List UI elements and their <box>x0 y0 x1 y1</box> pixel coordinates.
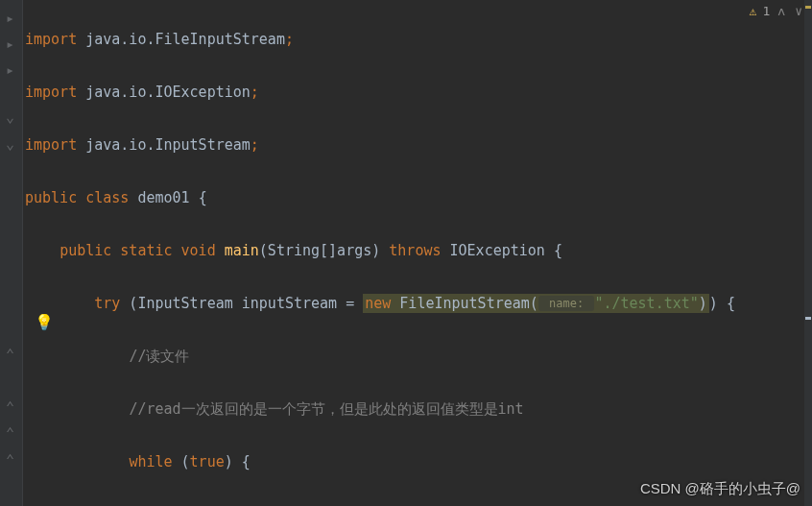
gutter: ▸ ▸ ▸ ⌄ ⌄ ⌃ ⌃ ⌃ ⌃ <box>0 0 23 506</box>
fold-end-icon[interactable]: ⌃ <box>6 346 17 357</box>
keyword-import: import <box>25 31 77 48</box>
code-editor[interactable]: import java.io.FileInputStream; import j… <box>25 0 812 506</box>
keyword-class: class <box>85 189 129 206</box>
keyword-new: new <box>365 295 391 312</box>
fold-icon[interactable]: ▸ <box>6 36 17 47</box>
keyword-import: import <box>25 84 77 101</box>
keyword-try: try <box>94 295 120 312</box>
fold-end-icon[interactable]: ⌃ <box>6 398 17 410</box>
parameter-hint: name: <box>538 296 595 311</box>
keyword-import: import <box>25 136 77 154</box>
fold-icon[interactable]: ▸ <box>6 61 17 73</box>
class-name: demo01 <box>129 189 198 206</box>
keyword-while: while <box>129 453 172 470</box>
keyword-public: public <box>25 189 77 206</box>
watermark-text: CSDN @硌手的小虫子@ <box>640 480 800 498</box>
fold-collapse-icon[interactable]: ⌄ <box>6 108 17 120</box>
fold-collapse-icon[interactable]: ⌄ <box>6 135 17 147</box>
comment: //read一次返回的是一个字节，但是此处的返回值类型是int <box>129 400 523 418</box>
fold-icon[interactable]: ▸ <box>6 10 17 21</box>
method-main: main <box>225 242 259 259</box>
fold-end-icon[interactable]: ⌃ <box>6 451 17 463</box>
comment: //读文件 <box>129 348 189 365</box>
fold-end-icon[interactable]: ⌃ <box>6 424 17 436</box>
string-literal: "./test.txt" <box>594 295 698 312</box>
